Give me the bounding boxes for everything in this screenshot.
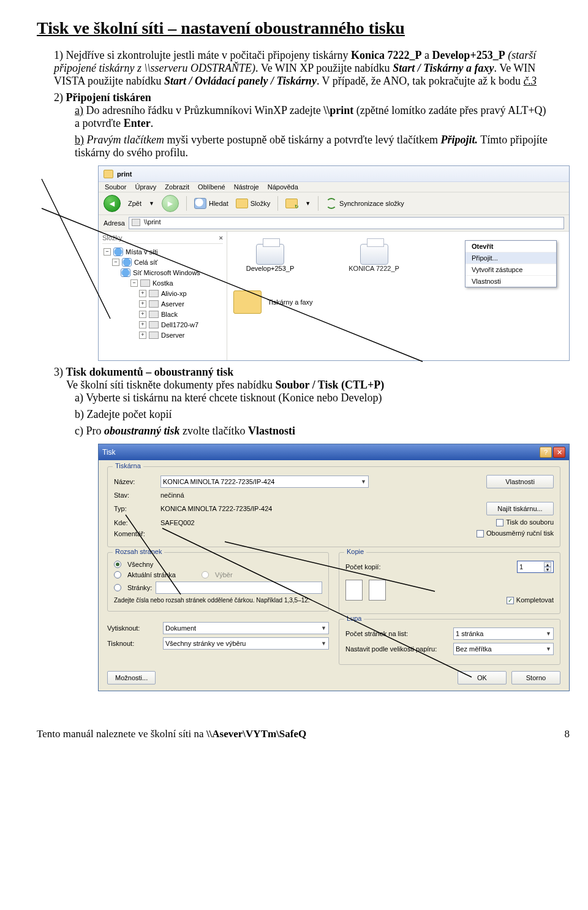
print-pages-select[interactable]: Všechny stránky ve výběru▼ [163,637,329,650]
find-printer-button[interactable]: Najít tiskárnu... [486,502,554,515]
tree-item[interactable]: Síť Microsoft Windows [133,269,200,276]
help-button[interactable]: ? [540,447,552,458]
tree-item[interactable]: Aserver [161,300,184,308]
address-value: \\print [144,218,161,226]
printer-item-konica[interactable]: KONICA 7222_P [337,244,411,272]
printer-name-select[interactable]: KONICA MINOLTA 7222-7235/IP-424▼ [160,476,369,488]
radio-pages[interactable] [114,584,121,591]
ctx-open[interactable]: Otevřít [466,241,556,252]
properties-button[interactable]: Vlastnosti [486,475,554,488]
page-title: Tisk ve školní síti – nastavení oboustra… [37,18,551,38]
printer-name-1: Konica 7222_P [351,49,422,61]
radio-current[interactable] [114,571,121,578]
computer-icon [149,311,159,318]
cancel-button[interactable]: Storno [511,671,560,684]
menu-upravy[interactable]: Úpravy [135,183,156,191]
chevron-down-icon[interactable]: ▼ [149,200,154,207]
back-label[interactable]: Zpět [128,200,141,207]
printer-icon [360,244,388,265]
chk-to-file[interactable]: Tisk do souboru [496,518,554,526]
sub-b-num: b) [75,408,84,420]
ctx-properties[interactable]: Vlastnosti [466,275,556,287]
menubar: Soubor Úpravy Zobrazit Oblíbené Nástroje… [99,182,569,192]
tree-item[interactable]: Celá síť [134,259,157,266]
folders-label: Složky [251,200,270,207]
group-copies: Kopie Počet kopií: 1▲▼ Kompletovat [339,552,560,614]
copies-spinner[interactable]: 1▲▼ [517,561,554,573]
tree-item[interactable]: Kostka [153,279,173,287]
radio-all[interactable] [114,561,121,568]
tree-item[interactable]: Dell1720-w7 [161,321,198,328]
forward-button[interactable]: ► [162,195,179,212]
t: Pro [86,425,104,437]
spin-up[interactable]: ▲ [544,562,551,567]
pages-input[interactable] [156,582,322,594]
expand-icon[interactable]: + [139,290,146,297]
item-label: Develop+253_P [246,265,295,272]
lbl-scale: Nastavit podle velikosti papíru: [345,645,450,653]
expand-icon[interactable]: + [139,311,146,318]
ok-button[interactable]: OK [458,671,507,684]
expand-icon[interactable]: + [139,321,146,328]
menu-nastroje[interactable]: Nástroje [234,183,259,191]
lbl-type: Typ: [114,505,157,512]
spin-down[interactable]: ▼ [544,567,551,572]
computer-icon [149,300,159,308]
group-zoom: Lupa Počet stránek na list:1 stránka▼ Na… [339,619,560,665]
chk-label: Tisk do souboru [506,518,554,526]
close-icon[interactable]: × [219,234,223,241]
radio-selection [202,571,209,578]
printer-name-2: Develop+253_P [432,49,505,61]
ctx-connect[interactable]: Připojit... [466,252,556,264]
btn-name-props: Vlastnosti [248,425,295,437]
menu-zobrazit[interactable]: Zobrazit [165,183,189,191]
search-label: Hledat [209,200,228,207]
t: Nejdříve si zkontrolujte jestli máte v p… [66,49,351,61]
tree-item[interactable]: Black [161,311,178,318]
chk-collate[interactable]: Kompletovat [507,596,554,604]
folders-button[interactable]: Složky [236,199,270,208]
back-button[interactable]: ◄ [104,195,121,212]
printers-folder-item[interactable]: Tiskárny a faxy [233,290,313,314]
tree-item[interactable]: Alivio-xp [161,290,187,297]
pages-per-sheet-select[interactable]: 1 stránka▼ [453,628,554,640]
chevron-down-icon[interactable]: ▼ [305,200,311,207]
select-value: 1 stránka [456,630,483,637]
chk-manual-duplex[interactable]: Obousměrný ruční tisk [477,529,554,537]
sync-button[interactable]: Synchronizace složky [326,198,404,209]
print-what-select[interactable]: Dokument▼ [163,622,329,634]
lbl-print-pages: Tisknout: [107,640,159,647]
collapse-icon[interactable]: − [112,259,119,266]
menu-oblibene[interactable]: Oblíbené [198,183,225,191]
footer-text: Tento manuál naleznete ve školní síti na [37,728,206,740]
t: Vyberte si tiskárnu na které chcete tisk… [86,392,382,404]
dialog-title: Tisk [102,448,116,457]
address-input[interactable]: \\print [129,217,564,229]
ctx-shortcut[interactable]: Vytvořit zástupce [466,264,556,275]
collapse-icon[interactable]: − [130,279,138,287]
folder-icon[interactable]: ↻ [285,199,298,208]
close-button[interactable]: ✕ [553,447,565,458]
radio-label-disabled: Výběr [215,571,233,578]
step-2: 2) Připojení tiskáren a) Do adresního řá… [54,91,551,159]
folder-icon [104,170,113,178]
unc-path: \\print [323,104,353,116]
printer-item-develop[interactable]: Develop+253_P [233,244,307,272]
search-button[interactable]: Hledat [194,198,228,209]
group-title: Lupa [344,615,364,622]
menu-soubor[interactable]: Soubor [105,183,126,191]
menu-napoveda[interactable]: Nápověda [268,183,298,191]
chevron-down-icon: ▼ [361,479,366,485]
tree-item[interactable]: Místa v síti [126,248,158,256]
printer-icon [256,244,284,265]
collapse-icon[interactable]: − [104,248,111,256]
folder-tree[interactable]: −Místa v síti −Celá síť Síť Microsoft Wi… [102,244,223,340]
scale-select[interactable]: Bez měřítka▼ [453,643,554,655]
pane-title: Složky [102,234,122,241]
options-button[interactable]: Možnosti... [107,671,156,684]
tree-item[interactable]: Dserver [161,332,185,339]
expand-icon[interactable]: + [139,332,146,339]
step-3-head: Tisk dokumentů – oboustranný tisk [66,366,234,378]
expand-icon[interactable]: + [139,300,146,308]
separator [277,196,278,211]
